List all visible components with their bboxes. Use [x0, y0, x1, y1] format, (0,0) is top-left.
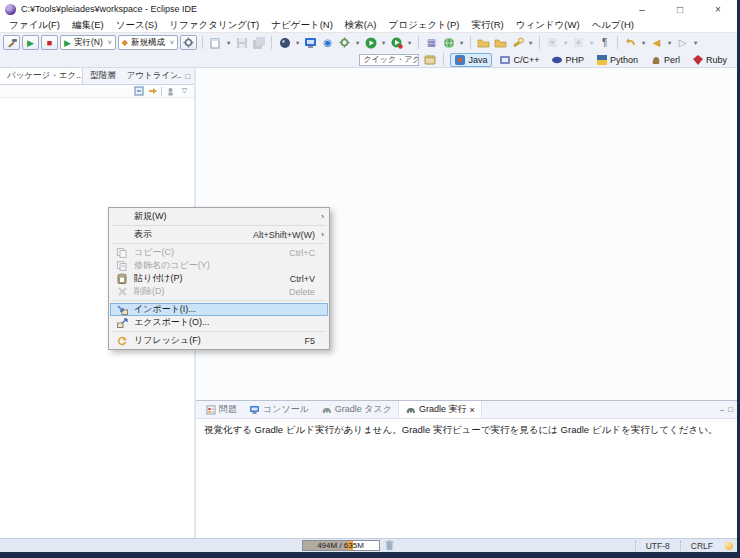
garbage-collect-button[interactable] [385, 540, 394, 551]
chevron-down-icon[interactable]: ▾ [527, 39, 534, 47]
maximize-button[interactable]: □ [661, 0, 699, 18]
open-task-button[interactable] [476, 35, 491, 50]
close-tab-icon[interactable]: × [470, 405, 475, 415]
menu-separator [112, 331, 326, 332]
view-menu-icon[interactable]: ▽ [179, 86, 190, 97]
coverage-button[interactable] [389, 35, 404, 50]
console-button[interactable] [303, 35, 318, 50]
menu-run[interactable]: 実行(R) [466, 19, 510, 32]
open-resource-button[interactable] [493, 35, 508, 50]
perspective-cpp[interactable]: C/C++ [495, 53, 544, 67]
chevron-down-icon[interactable]: ▾ [692, 39, 699, 47]
menu-project[interactable]: プロジェクト(P) [383, 19, 466, 32]
menu-item-new[interactable]: 新規(W) › [110, 210, 328, 223]
menu-navigate[interactable]: ナビゲート(N) [265, 19, 339, 32]
run-last-button[interactable]: ▶ [22, 35, 39, 50]
menu-search[interactable]: 検索(A) [339, 19, 383, 32]
chevron-down-icon[interactable]: ▾ [406, 39, 413, 47]
open-perspective-button[interactable] [422, 52, 437, 67]
menu-file[interactable]: ファイル(F) [3, 19, 66, 32]
save-all-button [251, 35, 266, 50]
console-icon [249, 405, 260, 415]
view-toolbar-separator [161, 87, 162, 96]
show-whitespace-button[interactable]: ¶ [597, 35, 612, 50]
manage-config-button[interactable] [180, 35, 197, 50]
menu-edit[interactable]: 編集(E) [66, 19, 110, 32]
menu-item-export[interactable]: エクスポート(O)... [110, 316, 328, 329]
menu-item-refresh[interactable]: リフレッシュ(F) F5 [110, 334, 328, 347]
perspective-ruby[interactable]: Ruby [688, 53, 732, 67]
toolbar-separator [470, 36, 471, 49]
build-all-button[interactable] [3, 35, 20, 50]
menubar: ファイル(F) 編集(E) ソース(S) リファクタリング(T) ナビゲート(N… [0, 18, 737, 33]
forward-button[interactable]: ▷ [675, 35, 690, 50]
open-web-browser-button[interactable] [441, 35, 456, 50]
run-combo-label: 実行(N) [74, 37, 103, 49]
focus-icon[interactable] [165, 86, 176, 97]
paste-icon [110, 273, 134, 284]
last-edit-location-button[interactable] [623, 35, 638, 50]
stop-button[interactable]: ■ [41, 35, 58, 50]
perspective-label: C/C++ [513, 55, 539, 65]
minimize-view-icon[interactable]: – [720, 405, 724, 414]
perspective-perl[interactable]: Perl [646, 53, 685, 67]
chevron-down-icon[interactable]: ▾ [294, 39, 301, 47]
new-wizard-button[interactable] [208, 35, 223, 50]
maximize-view-icon[interactable]: □ [185, 72, 190, 81]
menu-window[interactable]: ウィンドウ(W) [510, 19, 586, 32]
import-icon [110, 305, 134, 315]
chevron-down-icon[interactable]: ▾ [666, 39, 673, 47]
perspective-python[interactable]: Python [592, 53, 643, 67]
heap-status-text: 494M / 635M [303, 541, 379, 550]
perspective-java[interactable]: Java [450, 53, 492, 67]
tab-outline[interactable]: アウトライン [120, 68, 177, 84]
collapse-all-icon[interactable] [133, 86, 144, 97]
line-delimiter-indicator[interactable]: CRLF [680, 541, 723, 551]
tab-gradle-tasks[interactable]: Gradle タスク [315, 401, 398, 418]
chevron-down-icon[interactable]: ▾ [225, 39, 232, 47]
search-button[interactable] [510, 35, 525, 50]
chevron-down-icon[interactable]: ▾ [354, 39, 361, 47]
run-external-button[interactable]: ◉ [320, 35, 335, 50]
new-config-label: 新規構成 [131, 37, 165, 49]
menu-source[interactable]: ソース(S) [110, 19, 164, 32]
menu-help[interactable]: ヘルプ(H) [586, 19, 640, 32]
minimize-view-icon[interactable]: – [177, 72, 181, 81]
view-minmax-controls: – □ [177, 68, 194, 84]
chevron-down-icon[interactable]: ▾ [458, 39, 465, 47]
run-as-button[interactable] [363, 35, 378, 50]
run-icon: ▶ [64, 38, 71, 48]
menu-item-paste[interactable]: 貼り付け(P) Ctrl+V [110, 272, 328, 285]
bottom-view-panel: 問題 コンソール Gradle タスク Gradle 実行 × [196, 400, 737, 538]
quick-access-input[interactable]: クイック・アクセス [359, 54, 419, 66]
menu-item-show-in[interactable]: 表示 Alt+Shift+W(W) › [110, 228, 328, 241]
toolbar-separator [418, 36, 419, 49]
perspective-label: Perl [664, 55, 680, 65]
tab-type-hierarchy[interactable]: 型階層 [83, 68, 120, 84]
perspective-php[interactable]: PHP [547, 53, 589, 67]
chevron-down-icon[interactable]: ▾ [640, 39, 647, 47]
chevron-down-icon[interactable]: ▾ [380, 39, 387, 47]
maximize-view-icon[interactable]: □ [728, 405, 733, 414]
back-button[interactable]: ◀ [649, 35, 664, 50]
perspective-label: PHP [565, 55, 584, 65]
tab-gradle-executions[interactable]: Gradle 実行 × [398, 401, 482, 418]
tab-package-explorer[interactable]: パッケージ・エク... × [0, 68, 83, 84]
export-icon [110, 318, 134, 328]
link-editor-icon[interactable] [147, 86, 158, 97]
new-java-project-button[interactable]: ▦ [424, 35, 439, 50]
menu-item-import[interactable]: インポート(I)... [110, 303, 328, 316]
tab-problems[interactable]: 問題 [200, 401, 243, 418]
menu-refactor[interactable]: リファクタリング(T) [163, 19, 265, 32]
view-minmax-controls: – □ [720, 405, 737, 414]
debug-button[interactable] [277, 35, 292, 50]
external-tools-button[interactable] [337, 35, 352, 50]
minimize-button[interactable]: – [623, 0, 661, 18]
tip-bulb-icon[interactable] [725, 542, 733, 550]
tab-console[interactable]: コンソール [243, 401, 315, 418]
run-config-combo[interactable]: ▶ 実行(N) ˅ [60, 35, 116, 50]
new-config-combo[interactable]: ◆ 新規構成 ˅ [118, 35, 178, 50]
close-button[interactable]: × [699, 0, 737, 18]
next-annotation-button [545, 35, 560, 50]
encoding-indicator[interactable]: UTF-8 [635, 541, 680, 551]
